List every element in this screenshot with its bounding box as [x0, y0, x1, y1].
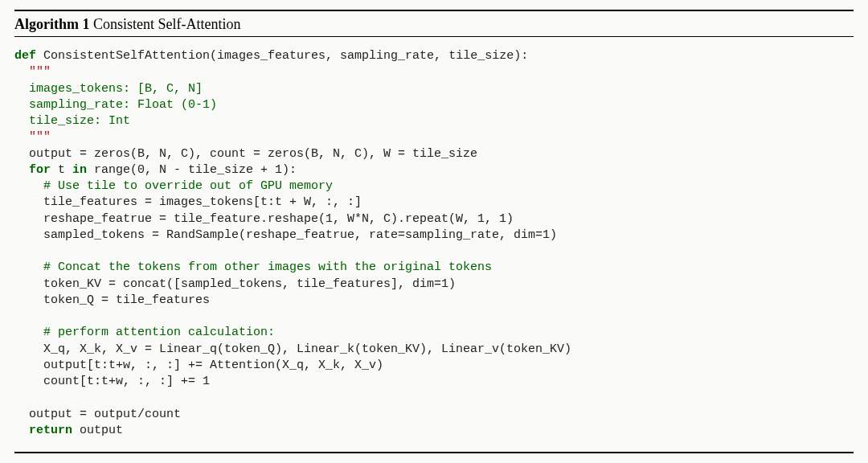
algorithm-title: Consistent Self-Attention [93, 16, 241, 32]
line-init: output = zeros(B, N, C), count = zeros(B… [29, 147, 477, 161]
kw-in: in [72, 163, 87, 177]
doc-line-1: images_tokens: [B, C, N] [29, 82, 203, 96]
line-sample: sampled_tokens = RandSample(reshape_feat… [43, 228, 557, 242]
algorithm-title-row: Algorithm 1 Consistent Self-Attention [14, 11, 854, 37]
for-iter: range(0, N - tile_size + 1): [87, 163, 297, 177]
comment-1: # Use tile to override out of GPU memory [43, 179, 333, 193]
line-linear: X_q, X_k, X_v = Linear_q(token_Q), Linea… [43, 342, 571, 356]
docstring-open: """ [29, 65, 51, 79]
doc-line-3: tile_size: Int [29, 114, 130, 128]
line-div: output = output/count [29, 408, 181, 421]
for-var: t [51, 163, 72, 177]
kw-return: return [29, 424, 72, 437]
line-count: count[t:t+w, :, :] += 1 [43, 375, 210, 388]
doc-line-2: sampling_rate: Float (0-1) [29, 98, 217, 112]
line-q: token_Q = tile_features [43, 293, 210, 307]
algorithm-code: def ConsistentSelfAttention(images_featu… [14, 37, 854, 452]
return-val: output [72, 424, 123, 437]
line-reshape: reshape_featrue = tile_feature.reshape(1… [43, 212, 514, 226]
comment-3: # perform attention calculation: [43, 326, 275, 339]
fn-params: (images_features, sampling_rate, tile_si… [210, 49, 528, 63]
line-kv: token_KV = concat([sampled_tokens, tile_… [43, 277, 456, 291]
kw-def: def [14, 49, 36, 63]
algorithm-label: Algorithm 1 [14, 16, 93, 32]
algorithm-block: Algorithm 1 Consistent Self-Attention de… [14, 10, 854, 453]
line-output: output[t:t+w, :, :] += Attention(X_q, X_… [43, 359, 383, 372]
kw-for: for [29, 163, 51, 177]
line-tile: tile_features = images_tokens[t:t + W, :… [43, 195, 362, 209]
comment-2: # Concat the tokens from other images wi… [43, 260, 492, 274]
fn-name: ConsistentSelfAttention [43, 49, 210, 63]
docstring-close: """ [29, 130, 51, 144]
